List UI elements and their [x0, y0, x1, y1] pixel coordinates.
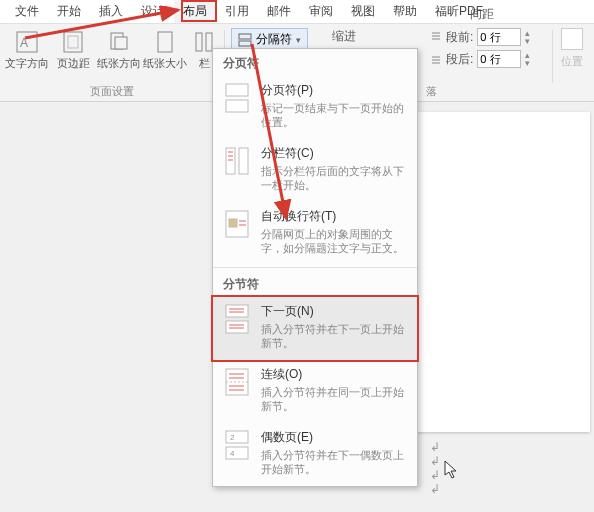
dropdown-divider — [213, 267, 417, 268]
indent-label: 缩进 — [332, 28, 356, 45]
breaks-dropdown: 分页符 分页符(P) 标记一页结束与下一页开始的位置。 分栏符(C) 指示分栏符… — [212, 48, 418, 487]
item-desc: 插入分节符并在同一页上开始新节。 — [261, 385, 407, 413]
item-desc: 插入分节符并在下一页上开始新节。 — [261, 322, 407, 350]
item-title: 自动换行符(T) — [261, 208, 407, 225]
margins-button[interactable]: 页边距 — [51, 27, 95, 69]
section-page-breaks: 分页符 — [213, 49, 417, 76]
menu-references[interactable]: 引用 — [216, 0, 258, 23]
item-desc: 标记一页结束与下一页开始的位置。 — [261, 101, 407, 129]
breaks-label: 分隔符 — [256, 31, 292, 48]
svg-text:A: A — [20, 36, 28, 50]
spacing-after-row: 段后: ▴▾ — [430, 50, 544, 68]
menu-view[interactable]: 视图 — [342, 0, 384, 23]
stepper-icon[interactable]: ▴▾ — [525, 29, 530, 45]
spacing-heading: 间距 — [470, 6, 494, 23]
svg-text:2: 2 — [230, 433, 235, 442]
svg-rect-7 — [196, 33, 202, 51]
menu-design[interactable]: 设计 — [132, 0, 174, 23]
menu-insert[interactable]: 插入 — [90, 0, 132, 23]
svg-rect-10 — [239, 41, 251, 46]
item-column-break[interactable]: 分栏符(C) 指示分栏符后面的文字将从下一栏开始。 — [213, 139, 417, 202]
spacing-before-row: 段前: ▴▾ — [430, 28, 544, 46]
spacing-after-icon — [430, 53, 442, 65]
text-wrapping-icon — [223, 208, 251, 240]
spacing-before-label: 段前: — [446, 29, 473, 46]
item-desc: 指示分栏符后面的文字将从下一栏开始。 — [261, 164, 407, 192]
menu-layout[interactable]: 布局 — [174, 0, 216, 23]
continuous-icon — [223, 366, 251, 398]
menu-file[interactable]: 文件 — [6, 0, 48, 23]
text-direction-icon: A — [14, 29, 40, 55]
item-page-break[interactable]: 分页符(P) 标记一页结束与下一页开始的位置。 — [213, 76, 417, 139]
group-label-page-setup: 页面设置 — [0, 84, 224, 99]
position-icon[interactable] — [561, 28, 583, 50]
position-label: 位置 — [561, 54, 583, 69]
item-next-page[interactable]: 下一页(N) 插入分节符并在下一页上开始新节。 — [211, 295, 419, 362]
stepper-icon[interactable]: ▴▾ — [525, 51, 530, 67]
menu-help[interactable]: 帮助 — [384, 0, 426, 23]
svg-text:4: 4 — [230, 449, 235, 458]
group-position: 位置 — [553, 24, 591, 101]
menu-review[interactable]: 审阅 — [300, 0, 342, 23]
svg-rect-6 — [158, 32, 172, 52]
orientation-button[interactable]: 纸张方向 — [97, 27, 141, 69]
spacing-before-icon — [430, 31, 442, 43]
chevron-down-icon: ▾ — [296, 35, 301, 45]
item-text-wrapping[interactable]: 自动换行符(T) 分隔网页上的对象周围的文字，如分隔题注文字与正文。 — [213, 202, 417, 265]
item-continuous[interactable]: 连续(O) 插入分节符并在同一页上开始新节。 — [213, 360, 417, 423]
margins-icon — [60, 29, 86, 55]
svg-rect-18 — [226, 100, 248, 112]
orientation-icon — [106, 29, 132, 55]
next-page-icon — [223, 303, 251, 335]
menu-mailings[interactable]: 邮件 — [258, 0, 300, 23]
column-break-icon — [223, 145, 251, 177]
svg-rect-5 — [115, 37, 127, 49]
item-title: 分页符(P) — [261, 82, 407, 99]
item-title: 下一页(N) — [261, 303, 407, 320]
svg-rect-17 — [226, 84, 248, 96]
svg-rect-25 — [229, 219, 237, 227]
group-spacing: 间距 段前: ▴▾ 段后: ▴▾ 落 — [422, 24, 552, 101]
section-section-breaks: 分节符 — [213, 270, 417, 297]
group-label-paragraph: 落 — [422, 84, 437, 99]
item-desc: 分隔网页上的对象周围的文字，如分隔题注文字与正文。 — [261, 227, 407, 255]
item-title: 分栏符(C) — [261, 145, 407, 162]
item-desc: 插入分节符并在下一偶数页上开始新节。 — [261, 448, 407, 476]
spacing-before-input[interactable] — [477, 28, 521, 46]
size-button[interactable]: 纸张大小 — [143, 27, 187, 69]
svg-rect-34 — [226, 369, 248, 395]
breaks-icon — [238, 33, 252, 47]
menu-home[interactable]: 开始 — [48, 0, 90, 23]
menu-bar: 文件 开始 插入 设计 布局 引用 邮件 审阅 视图 帮助 福昕PDF — [0, 0, 594, 24]
item-title: 偶数页(E) — [261, 429, 407, 446]
size-icon — [152, 29, 178, 55]
text-direction-button[interactable]: A 文字方向 — [5, 27, 49, 69]
svg-rect-2 — [64, 32, 82, 52]
spacing-after-label: 段后: — [446, 51, 473, 68]
svg-rect-9 — [239, 34, 251, 39]
even-page-icon: 24 — [223, 429, 251, 461]
svg-rect-28 — [226, 305, 248, 317]
item-title: 连续(O) — [261, 366, 407, 383]
svg-rect-3 — [68, 36, 78, 48]
svg-rect-20 — [239, 148, 248, 174]
svg-rect-31 — [226, 321, 248, 333]
group-page-setup: A 文字方向 页边距 纸张方向 纸张大小 — [0, 24, 224, 101]
item-even-page[interactable]: 24 偶数页(E) 插入分节符并在下一偶数页上开始新节。 — [213, 423, 417, 486]
mouse-cursor-icon — [444, 460, 460, 480]
spacing-after-input[interactable] — [477, 50, 521, 68]
page-break-icon — [223, 82, 251, 114]
